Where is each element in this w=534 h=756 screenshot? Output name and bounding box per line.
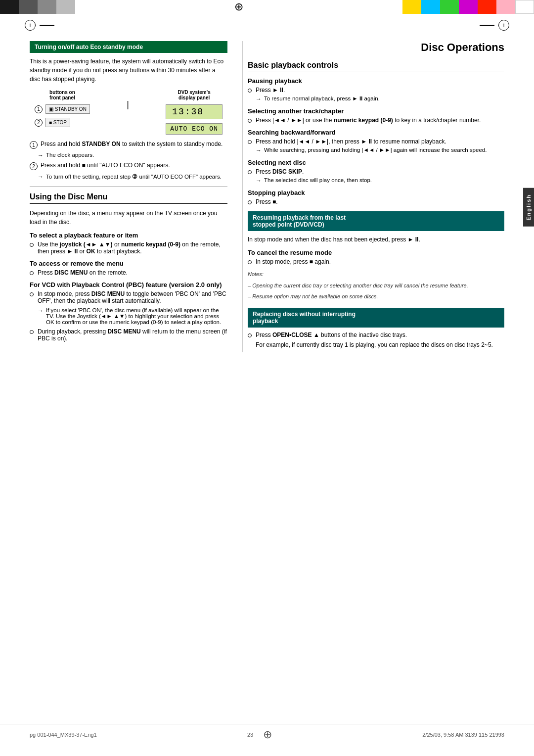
footer-left: pg 001-044_MX39-37-Eng1 bbox=[30, 732, 97, 738]
step1-item: 1 Press and hold STANDBY ON to switch th… bbox=[30, 141, 227, 149]
select-feature-text: Use the joystick (◄► ▲▼) or numeric keyp… bbox=[38, 241, 227, 255]
right-column: Disc Operations Basic playback controls … bbox=[242, 41, 504, 352]
notes-section: Notes: – Opening the current disc tray o… bbox=[248, 270, 504, 301]
resuming-section-header: Resuming playback from the last stopped … bbox=[248, 211, 504, 231]
replacing-note: For example, if currently disc tray 1 is… bbox=[256, 340, 504, 349]
bullet-2 bbox=[30, 271, 34, 275]
eco-standby-intro: This is a power-saving feature, the syst… bbox=[30, 57, 227, 84]
front-panel-col: buttons on front panel 1 ▣ STANDBY ON 2 … bbox=[35, 90, 90, 127]
step2-arrow: → To turn off the setting, repeat step ②… bbox=[38, 173, 227, 180]
device-diagram: buttons on front panel 1 ▣ STANDBY ON 2 … bbox=[30, 90, 227, 135]
english-language-tab: English bbox=[523, 188, 534, 227]
bullet-disc bbox=[248, 170, 252, 174]
selecting-disc-arrow: → The selected disc will play once, then… bbox=[256, 177, 504, 184]
select-feature-item: Use the joystick (◄► ▲▼) or numeric keyp… bbox=[30, 241, 227, 255]
bullet-cancel bbox=[248, 260, 252, 264]
section-divider-1 bbox=[30, 186, 227, 187]
reg-line-left bbox=[40, 25, 54, 26]
footer-right: 2/25/03, 9:58 AM 3139 115 21993 bbox=[422, 732, 504, 738]
pbc-heading: For VCD with Playback Control (PBC) feat… bbox=[30, 281, 227, 288]
footer-crosshair: ⊕ bbox=[263, 728, 272, 741]
standby-button: ▣ STANDBY ON bbox=[45, 104, 90, 114]
selecting-disc-heading: Selecting next disc bbox=[248, 159, 504, 166]
page-title: Disc Operations bbox=[248, 41, 504, 54]
color-bar-red bbox=[478, 0, 496, 14]
step2-item: 2 Press and hold ■ until "AUTO ECO ON" a… bbox=[30, 162, 227, 170]
reg-line-right bbox=[480, 25, 494, 26]
select-feature-heading: To select a playback feature or item bbox=[30, 232, 227, 239]
crosshair-top-center: ⊕ bbox=[75, 0, 402, 14]
basic-playback-heading: Basic playback controls bbox=[248, 61, 504, 72]
color-bar-light-gray bbox=[56, 0, 75, 14]
pbc-arrow: → If you select 'PBC ON', the disc menu … bbox=[38, 307, 227, 325]
disc-menu-intro: Depending on the disc, a menu may appear… bbox=[30, 209, 227, 227]
access-menu-text: Press DISC MENU on the remote. bbox=[38, 269, 128, 276]
replacing-item: Press OPEN•CLOSE ▲ buttons of the inacti… bbox=[248, 331, 504, 338]
footer-page-number: 23 bbox=[247, 732, 253, 738]
bullet-stopping bbox=[248, 200, 252, 204]
pausing-heading: Pausing playback bbox=[248, 77, 504, 85]
footer-center-area: 23 ⊕ bbox=[247, 728, 272, 741]
searching-arrow: → While searching, pressing and holding … bbox=[256, 147, 504, 154]
color-bar-mid-gray bbox=[38, 0, 56, 14]
eco-standby-section-header: Turning on/off auto Eco standby mode bbox=[30, 41, 227, 53]
display-panel-label: DVD system's display panel bbox=[178, 90, 210, 100]
searching-text: Press and hold |◄◄ / ►►|, then press ► I… bbox=[256, 138, 446, 145]
searching-item: Press and hold |◄◄ / ►►|, then press ► I… bbox=[248, 138, 504, 145]
bullet-track bbox=[248, 119, 252, 123]
selecting-disc-item: Press DISC SKIP. bbox=[248, 168, 504, 175]
stopping-heading: Stopping playback bbox=[248, 189, 504, 196]
access-menu-item: Press DISC MENU on the remote. bbox=[30, 269, 227, 276]
step2-indicator: 2 bbox=[35, 119, 43, 127]
selecting-track-item: Press |◄◄ / ►►| or use the numeric keypa… bbox=[248, 117, 504, 124]
color-bar-magenta bbox=[459, 0, 478, 14]
reg-circle-right: + bbox=[498, 20, 509, 31]
searching-heading: Searching backward/forward bbox=[248, 129, 504, 136]
replacing-text: Press OPEN•CLOSE ▲ buttons of the inacti… bbox=[256, 331, 407, 338]
selecting-disc-text: Press DISC SKIP. bbox=[256, 168, 304, 175]
bullet-3 bbox=[30, 292, 34, 296]
stopping-text: Press ■. bbox=[256, 198, 278, 205]
stop-button: ■ STOP bbox=[45, 118, 70, 127]
page-footer: pg 001-044_MX39-37-Eng1 23 ⊕ 2/25/03, 9:… bbox=[0, 724, 534, 741]
color-bar-pink bbox=[496, 0, 515, 14]
cancel-resume-text: In stop mode, press ■ again. bbox=[256, 258, 331, 265]
front-panel-label: buttons on front panel bbox=[49, 90, 75, 100]
bullet-4 bbox=[30, 330, 34, 334]
diagram-separator: | bbox=[122, 90, 134, 110]
step1-text: Press and hold STANDBY ON to switch the … bbox=[41, 141, 222, 147]
notes-label: Notes: bbox=[248, 270, 504, 279]
color-bar-yellow bbox=[402, 0, 421, 14]
replacing-section-header: Replacing discs without interrupting pla… bbox=[248, 308, 504, 328]
pausing-item: Press ► II. bbox=[248, 87, 504, 94]
pbc-text-2: During playback, pressing DISC MENU will… bbox=[38, 328, 227, 342]
step2-text: Press and hold ■ until "AUTO ECO ON" app… bbox=[41, 162, 170, 169]
pausing-text: Press ► II. bbox=[256, 87, 285, 94]
pbc-item-1: In stop mode, press DISC MENU to toggle … bbox=[30, 290, 227, 304]
step1-indicator: 1 bbox=[35, 105, 43, 113]
step1-arrow: → The clock appears. bbox=[38, 152, 227, 159]
pbc-item-2: During playback, pressing DISC MENU will… bbox=[30, 328, 227, 342]
pausing-arrow: → To resume normal playback, press ► II … bbox=[256, 95, 504, 102]
reg-mark-left: + bbox=[25, 20, 54, 31]
display-time: 13:38 bbox=[166, 104, 222, 119]
stopping-item: Press ■. bbox=[248, 198, 504, 205]
reg-circle-left: + bbox=[25, 20, 36, 31]
selecting-track-heading: Selecting another track/chapter bbox=[248, 107, 504, 115]
display-panel-col: DVD system's display panel 13:38 AUTO EC… bbox=[166, 90, 222, 135]
cancel-resume-heading: To cancel the resume mode bbox=[248, 249, 504, 256]
disc-menu-title: Using the Disc Menu bbox=[30, 192, 227, 204]
reg-mark-right: + bbox=[480, 20, 509, 31]
note-1: – Opening the current disc tray or selec… bbox=[248, 282, 504, 290]
pbc-text-1: In stop mode, press DISC MENU to toggle … bbox=[38, 290, 227, 304]
selecting-track-text: Press |◄◄ / ►►| or use the numeric keypa… bbox=[256, 117, 481, 124]
cancel-resume-item: In stop mode, press ■ again. bbox=[248, 258, 504, 265]
display-auto-eco: AUTO ECO ON bbox=[166, 123, 222, 135]
color-bar-white bbox=[515, 0, 534, 14]
note-2: – Resume option may not be available on … bbox=[248, 292, 504, 301]
color-bar-cyan bbox=[421, 0, 440, 14]
resuming-intro-text: In stop mode and when the disc has not b… bbox=[248, 235, 504, 244]
color-bar-black bbox=[0, 0, 19, 14]
bullet-pausing bbox=[248, 89, 252, 93]
step1-number: 1 bbox=[30, 141, 38, 149]
